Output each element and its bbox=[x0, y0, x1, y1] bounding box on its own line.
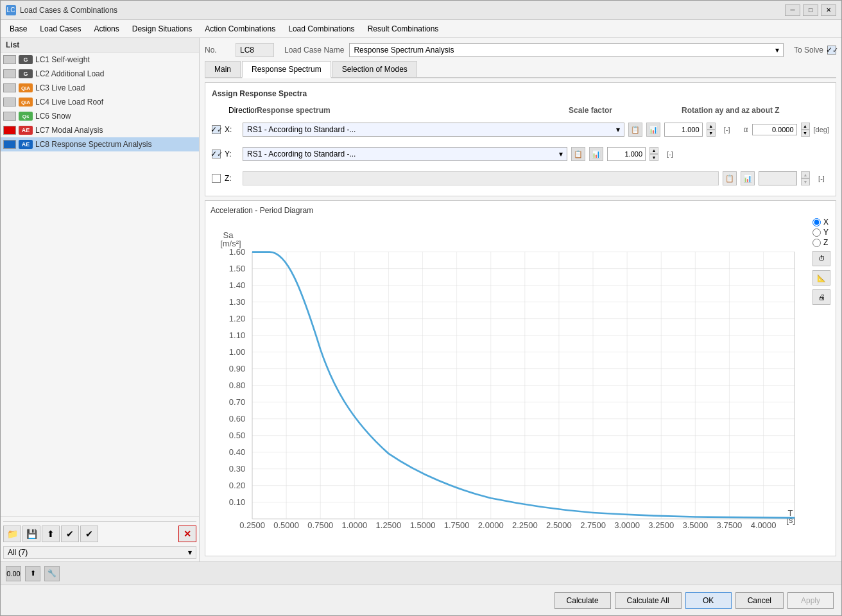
tab-response-spectrum[interactable]: Response Spectrum bbox=[242, 61, 331, 78]
radio-y[interactable]: Y bbox=[812, 228, 829, 237]
maximize-button[interactable]: □ bbox=[803, 4, 818, 16]
dialog-buttons: Calculate Calculate All OK Cancel Apply bbox=[1, 585, 841, 615]
ok-button[interactable]: OK bbox=[685, 592, 732, 609]
content-panel: Assign Response Spectra Direction Respon… bbox=[205, 82, 836, 196]
item-badge-lc2: G bbox=[19, 69, 33, 78]
radio-z[interactable]: Z bbox=[812, 238, 829, 247]
export-button[interactable]: ⬆ bbox=[42, 526, 60, 542]
y-spectrum-combo[interactable]: RS1 - According to Standard -... ▾ bbox=[243, 147, 567, 161]
new-button[interactable]: 📁 bbox=[3, 526, 21, 542]
item-color bbox=[3, 69, 16, 78]
x-scale-spinner[interactable]: ▲ ▼ bbox=[707, 123, 716, 137]
y-checkbox[interactable]: ✓ bbox=[212, 150, 221, 158]
svg-text:2.2500: 2.2500 bbox=[512, 520, 538, 530]
title-bar: LC Load Cases & Combinations ─ □ ✕ bbox=[1, 1, 841, 20]
radio-y-input[interactable] bbox=[812, 228, 821, 237]
list-item[interactable]: G LC1 Self-weight bbox=[1, 53, 199, 67]
menu-load-cases[interactable]: Load Cases bbox=[33, 22, 87, 36]
menu-actions[interactable]: Actions bbox=[87, 22, 125, 36]
radio-x[interactable]: X bbox=[812, 218, 829, 227]
item-label-lc6: LC6 Snow bbox=[35, 112, 71, 121]
close-button[interactable]: ✕ bbox=[821, 4, 836, 16]
svg-text:0.40: 0.40 bbox=[229, 447, 245, 457]
list-item[interactable]: AE LC7 Modal Analysis bbox=[1, 123, 199, 137]
alpha-up-icon[interactable]: ▲ bbox=[801, 123, 810, 130]
copy-button[interactable]: 💾 bbox=[22, 526, 40, 542]
y-spectrum-view-button[interactable]: 📊 bbox=[589, 147, 603, 161]
z-dash: [-] bbox=[814, 175, 829, 182]
check-button[interactable]: ✔ bbox=[61, 526, 79, 542]
chart-tool-2-button[interactable]: 📐 bbox=[812, 270, 830, 286]
x-spectrum-combo[interactable]: RS1 - According to Standard -... ▾ bbox=[243, 123, 624, 137]
svg-text:1.00: 1.00 bbox=[229, 347, 245, 357]
delete-button[interactable]: ✕ bbox=[178, 526, 196, 542]
radio-x-input[interactable] bbox=[812, 218, 821, 227]
to-solve-checkbox[interactable]: ✓ bbox=[827, 46, 836, 55]
item-color bbox=[3, 112, 16, 121]
menu-base[interactable]: Base bbox=[3, 22, 33, 36]
menu-design-situations[interactable]: Design Situations bbox=[126, 22, 198, 36]
y-spectrum-edit-button[interactable]: 📋 bbox=[571, 147, 585, 161]
minimize-button[interactable]: ─ bbox=[785, 4, 800, 16]
calculate-all-button[interactable]: Calculate All bbox=[615, 592, 682, 609]
list-toolbar: 📁 💾 ⬆ ✔ ✔ ✕ bbox=[3, 526, 196, 542]
z-scale-up-icon: ▲ bbox=[801, 171, 810, 178]
cancel-button[interactable]: Cancel bbox=[735, 592, 784, 609]
svg-text:3.0000: 3.0000 bbox=[614, 520, 640, 530]
x-spectrum-edit-button[interactable]: 📋 bbox=[628, 123, 642, 137]
chart-tool-3-button[interactable]: 🖨 bbox=[812, 289, 830, 305]
menu-load-combinations[interactable]: Load Combinations bbox=[282, 22, 361, 36]
tab-main[interactable]: Main bbox=[205, 61, 241, 77]
no-label: No. bbox=[205, 46, 230, 55]
list-item-selected[interactable]: AE LC8 Response Spectrum Analysis bbox=[1, 137, 199, 151]
menu-action-combinations[interactable]: Action Combinations bbox=[198, 22, 282, 36]
chart-tool-1-button[interactable]: ⏱ bbox=[812, 251, 830, 266]
coord-button[interactable]: 0.00 bbox=[6, 566, 21, 581]
y-scale-up-icon[interactable]: ▲ bbox=[649, 147, 658, 154]
x-spectrum-value: RS1 - According to Standard -... bbox=[247, 125, 356, 134]
settings-button[interactable]: 🔧 bbox=[44, 566, 60, 581]
y-scale-spinner[interactable]: ▲ ▼ bbox=[649, 147, 658, 161]
x-axis-ticks: 0.2500 0.5000 0.7500 1.0000 1.2500 bbox=[239, 252, 795, 530]
alpha-label: α bbox=[744, 125, 748, 134]
no-field: LC8 bbox=[236, 43, 274, 57]
svg-text:1.0000: 1.0000 bbox=[341, 520, 367, 530]
y-scale-value: 1.000 bbox=[607, 147, 646, 161]
menu-result-combinations[interactable]: Result Combinations bbox=[361, 22, 445, 36]
case-name-combo[interactable]: Response Spectrum Analysis ▾ bbox=[349, 43, 784, 57]
calculate-button[interactable]: Calculate bbox=[554, 592, 611, 609]
check2-button[interactable]: ✔ bbox=[80, 526, 98, 542]
svg-text:0.20: 0.20 bbox=[229, 481, 245, 490]
filter-dropdown[interactable]: All (7) ▾ bbox=[3, 546, 196, 559]
tab-selection-modes[interactable]: Selection of Modes bbox=[332, 61, 417, 77]
x-scale-up-icon[interactable]: ▲ bbox=[707, 123, 716, 130]
list-item[interactable]: QiA LC4 Live Load Roof bbox=[1, 95, 199, 109]
case-name-value: Response Spectrum Analysis bbox=[354, 46, 454, 55]
x-spectrum-view-button[interactable]: 📊 bbox=[646, 123, 660, 137]
x-checkbox[interactable]: ✓ bbox=[212, 125, 221, 134]
item-badge-lc4: QiA bbox=[19, 98, 33, 107]
y-scale-down-icon[interactable]: ▼ bbox=[649, 154, 658, 161]
z-checkbox[interactable] bbox=[212, 174, 221, 183]
svg-text:4.0000: 4.0000 bbox=[751, 520, 777, 530]
svg-text:0.5000: 0.5000 bbox=[273, 520, 299, 530]
bottom-status-bar: 0.00 ⬆ 🔧 bbox=[1, 561, 841, 585]
col-scale-header: Scale factor bbox=[569, 106, 652, 115]
list-item[interactable]: QiA LC3 Live Load bbox=[1, 81, 199, 95]
window-title: Load Cases & Combinations bbox=[20, 6, 117, 15]
svg-text:3.7500: 3.7500 bbox=[717, 520, 743, 530]
apply-button[interactable]: Apply bbox=[787, 592, 834, 609]
alpha-input[interactable] bbox=[752, 124, 797, 135]
x-scale-down-icon[interactable]: ▼ bbox=[707, 130, 716, 137]
title-bar-left: LC Load Cases & Combinations bbox=[6, 5, 117, 15]
col-spectrum-header: Response spectrum bbox=[257, 106, 565, 115]
item-color bbox=[3, 126, 16, 135]
x-label: X: bbox=[225, 125, 239, 134]
alpha-down-icon[interactable]: ▼ bbox=[801, 130, 810, 137]
snap-button[interactable]: ⬆ bbox=[25, 566, 40, 581]
list-item[interactable]: Qs LC6 Snow bbox=[1, 109, 199, 123]
radio-z-input[interactable] bbox=[812, 239, 821, 247]
item-label-lc2: LC2 Additional Load bbox=[35, 69, 104, 78]
list-item[interactable]: G LC2 Additional Load bbox=[1, 67, 199, 81]
z-spectrum-edit-button: 📋 bbox=[723, 171, 737, 185]
